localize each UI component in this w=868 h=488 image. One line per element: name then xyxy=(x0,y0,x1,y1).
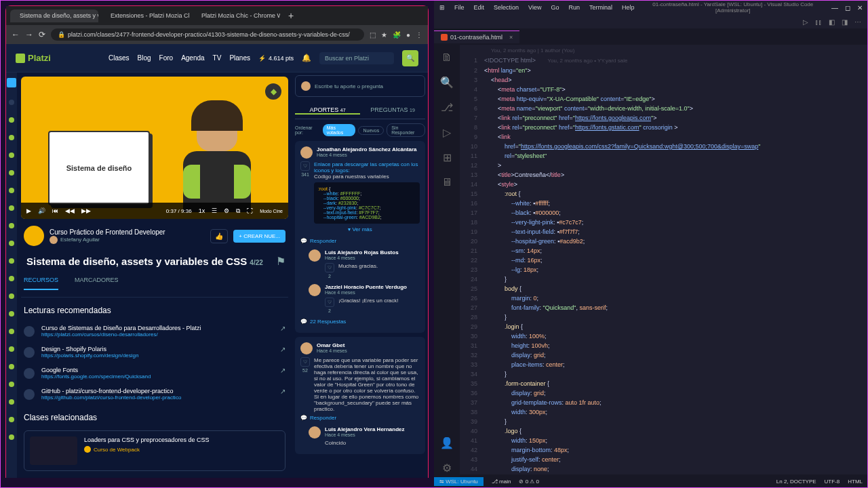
git-branch[interactable]: ⎇ main xyxy=(492,479,511,485)
volume-button[interactable]: 🔊 xyxy=(38,207,45,214)
menu-run[interactable]: Run xyxy=(568,4,580,11)
show-replies-button[interactable]: 💬 22 Respuestas xyxy=(300,316,420,327)
close-icon[interactable]: × xyxy=(509,34,513,41)
tab-preguntas[interactable]: PREGUNTAS 19 xyxy=(360,106,425,115)
platzi-logo[interactable]: Platzi xyxy=(16,53,51,63)
captions-button[interactable]: ☰ xyxy=(212,207,217,214)
nav-clases[interactable]: Clases xyxy=(108,54,130,62)
comment-author[interactable]: Jazziel Horacio Puente Verdugo xyxy=(325,284,420,290)
nav-agenda[interactable]: Agenda xyxy=(181,54,204,62)
source-control-icon[interactable]: ⎇ xyxy=(441,101,453,114)
profile-icon[interactable]: ● xyxy=(406,31,410,39)
new-tab-button[interactable]: + xyxy=(283,10,299,21)
lesson-dot[interactable] xyxy=(9,117,14,123)
vote-button[interactable]: ♡ xyxy=(300,357,310,367)
lesson-dot[interactable] xyxy=(9,135,14,140)
lesson-dot[interactable] xyxy=(9,205,14,211)
video-player[interactable]: Sistema de diseño ◆ ▶ 🔊 ⏮ ◀◀ ▶▶ 0:37 / 9… xyxy=(21,77,288,219)
run-icon[interactable]: ▷ xyxy=(803,18,808,26)
extensions-icon[interactable]: ⊞ xyxy=(443,151,452,164)
related-class-card[interactable]: Loaders para CSS y preprocesadores de CS… xyxy=(24,430,285,471)
forward-button[interactable]: → xyxy=(25,30,33,39)
reading-item[interactable]: Google Fontshttps://fonts.google.com/spe… xyxy=(21,363,288,384)
search-input[interactable]: Buscar en Platzi xyxy=(319,52,394,64)
lesson-dot[interactable] xyxy=(9,346,14,352)
filter-votados[interactable]: Más votados xyxy=(323,124,356,136)
nav-planes[interactable]: Planes xyxy=(229,54,250,62)
account-icon[interactable]: 👤 xyxy=(440,436,454,449)
comment-author[interactable]: Luis Alejandro Rojas Bustos xyxy=(325,249,420,256)
more-icon[interactable]: ⋯ xyxy=(854,18,861,26)
menu-selection[interactable]: Selection xyxy=(494,4,519,11)
lesson-dot[interactable] xyxy=(9,241,14,246)
remote-indicator[interactable]: ⇋ WSL: Ubuntu xyxy=(434,477,484,486)
encoding-indicator[interactable]: UTF-8 xyxy=(825,479,840,485)
menu-icon[interactable]: ⋮ xyxy=(416,31,422,39)
comment-author[interactable]: Luis Alejandro Vera Hernandez xyxy=(325,426,420,432)
menu-file[interactable]: File xyxy=(454,4,465,11)
reload-button[interactable]: ⟳ xyxy=(39,30,45,39)
tab-aportes[interactable]: APORTES 47 xyxy=(295,106,360,115)
remote-icon[interactable]: 🖥 xyxy=(441,176,452,188)
external-link-icon[interactable]: ↗ xyxy=(280,346,285,353)
code-editor[interactable]: You, 2 months ago | 1 author (You) 1<!DO… xyxy=(460,45,868,474)
toggle-icon[interactable]: ◨ xyxy=(842,18,848,26)
settings-button[interactable]: ⚙ xyxy=(224,207,229,214)
lesson-dot[interactable] xyxy=(9,417,14,422)
search-button[interactable]: 🔍 xyxy=(402,50,418,66)
tab-marcadores[interactable]: MARCADORES xyxy=(75,277,119,290)
filter-nuevos[interactable]: Nuevos xyxy=(358,126,384,135)
reading-item[interactable]: Curso de Sistemas de Diseño para Desarro… xyxy=(21,321,288,342)
nav-blog[interactable]: Blog xyxy=(138,54,151,62)
lesson-dot[interactable] xyxy=(9,170,14,176)
prev-button[interactable]: ◀◀ xyxy=(65,207,75,214)
split-icon[interactable]: ⫿⫿ xyxy=(815,18,822,26)
next-button[interactable]: ▶▶ xyxy=(81,207,91,214)
editor-tab[interactable]: 01-contraseña.html× xyxy=(434,30,519,43)
flag-icon[interactable]: ⚑ xyxy=(276,255,285,268)
vote-button[interactable]: ♡ xyxy=(325,298,334,307)
minimize-button[interactable]: — xyxy=(831,4,838,12)
close-button[interactable]: ✕ xyxy=(857,4,863,12)
rewind-button[interactable]: ⏮ xyxy=(52,207,58,214)
reply-button[interactable]: 💬 Responder xyxy=(300,235,420,247)
lesson-dot[interactable] xyxy=(9,434,14,440)
external-link-icon[interactable]: ↗ xyxy=(280,367,285,374)
mode-toggle[interactable]: Modo Cine xyxy=(260,209,283,214)
debug-icon[interactable]: ▷ xyxy=(443,126,451,139)
browser-tab[interactable]: Extensiones - Platzi Mozia Chic xyxy=(101,9,189,22)
problems-indicator[interactable]: ⊘ 0 ⚠ 0 xyxy=(519,479,539,485)
comment-link[interactable]: Enlace para descargar las carpetas con l… xyxy=(314,161,420,174)
lesson-dot[interactable] xyxy=(9,188,14,193)
bell-icon[interactable]: 🔔 xyxy=(302,54,311,62)
comment-author[interactable]: Omar Gbet xyxy=(317,342,347,348)
course-link[interactable]: Curso de Webpack xyxy=(84,446,279,453)
nav-tv[interactable]: TV xyxy=(213,54,222,62)
reading-item[interactable]: Design - Shopify Polarishttps://polaris.… xyxy=(21,342,288,363)
menu-view[interactable]: View xyxy=(528,4,541,11)
browser-tab[interactable]: Platzi Mozia Chic - Chrome We... xyxy=(192,9,280,22)
toggle-icon[interactable]: ◧ xyxy=(829,18,835,26)
extension-icon[interactable]: ★ xyxy=(381,31,387,39)
lesson-dot[interactable] xyxy=(9,399,14,405)
settings-icon[interactable]: ⚙ xyxy=(442,462,452,474)
lesson-dot[interactable] xyxy=(9,152,14,158)
thumbs-button[interactable]: 👍 xyxy=(210,229,228,243)
search-icon[interactable]: 🔍 xyxy=(440,76,454,89)
lesson-dot[interactable] xyxy=(9,276,14,281)
tab-recursos[interactable]: RECURSOS xyxy=(24,277,58,290)
maximize-button[interactable]: ◻ xyxy=(845,4,850,12)
explorer-icon[interactable]: 🗎 xyxy=(441,52,452,64)
lesson-dot[interactable] xyxy=(9,293,14,299)
reply-button[interactable]: 💬 Responder xyxy=(300,412,420,424)
vote-button[interactable]: ♡ xyxy=(300,161,310,171)
lesson-dot[interactable] xyxy=(9,382,14,387)
nav-foro[interactable]: Foro xyxy=(159,54,174,62)
sidebar-toggle[interactable] xyxy=(7,78,16,87)
menu-go[interactable]: Go xyxy=(551,4,559,11)
lesson-dot[interactable] xyxy=(9,223,14,228)
lesson-dot[interactable] xyxy=(9,258,14,264)
lesson-dot[interactable] xyxy=(9,329,14,334)
browser-tab[interactable]: Sistema de diseño, assets y varia...× xyxy=(10,9,98,22)
cursor-position[interactable]: Ln 2, DOCTYPE xyxy=(776,479,816,485)
